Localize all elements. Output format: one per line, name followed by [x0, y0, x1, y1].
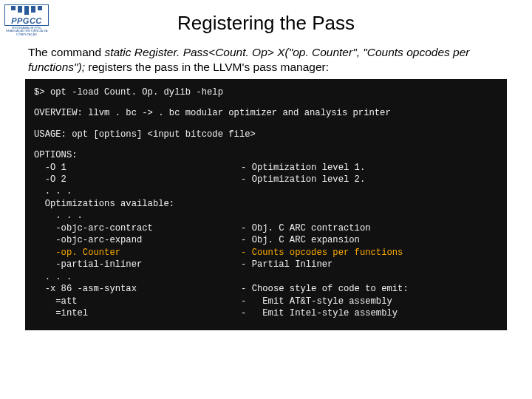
- logo-box: PPGCC: [4, 4, 49, 26]
- option-flag: -op. Counter: [34, 247, 241, 259]
- option-flag: -x 86 -asm-syntax: [34, 283, 241, 295]
- option-row: . . .: [34, 185, 498, 197]
- option-desc: - Optimization level 2.: [241, 174, 498, 185]
- option-desc: [241, 198, 498, 210]
- option-desc: - Choose style of code to emit:: [241, 283, 498, 295]
- option-flag: . . .: [34, 210, 241, 222]
- option-desc: - Emit AT&T-style assembly: [241, 296, 498, 307]
- option-row: Optimizations available:: [34, 198, 498, 210]
- option-row: -O 1- Optimization level 1.: [34, 162, 498, 174]
- terminal-usage: USAGE: opt [options] <input bitcode file…: [34, 129, 498, 140]
- intro-trail: registers the pass in the LLVM's pass ma…: [85, 61, 329, 73]
- option-desc: - Emit Intel-style assembly: [241, 307, 498, 319]
- option-flag: Optimizations available:: [34, 198, 241, 210]
- terminal-block: $> opt -load Count. Op. dylib -help OVER…: [25, 79, 507, 330]
- terminal-options: OPTIONS: -O 1- Optimization level 1. -O …: [34, 149, 498, 320]
- logo: PPGCC PROGRAMA DE PÓS-GRADUAÇÃO EM CIÊNC…: [4, 4, 49, 36]
- option-row: . . .: [34, 210, 498, 222]
- option-row: -partial-inliner- Partial Inliner: [34, 259, 498, 270]
- option-flag: -objc-arc-expand: [34, 234, 241, 246]
- logo-bars-icon: [8, 6, 45, 15]
- option-desc: - Obj. C ARC contraction: [241, 222, 498, 234]
- options-table: -O 1- Optimization level 1. -O 2- Optimi…: [34, 162, 498, 320]
- option-flag: -partial-inliner: [34, 259, 241, 270]
- option-row: =intel- Emit Intel-style assembly: [34, 307, 498, 319]
- option-flag: -O 2: [34, 174, 241, 185]
- option-row: -objc-arc-contract- Obj. C ARC contracti…: [34, 222, 498, 234]
- option-desc: - Counts opcodes per functions: [241, 247, 498, 259]
- option-flag: -objc-arc-contract: [34, 222, 241, 234]
- option-flag: . . .: [34, 271, 241, 283]
- option-desc: - Obj. C ARC expansion: [241, 234, 498, 246]
- terminal-options-header: OPTIONS:: [34, 149, 498, 161]
- option-flag: -O 1: [34, 162, 241, 174]
- logo-acronym: PPGCC: [8, 16, 45, 25]
- intro-lead: The command: [28, 46, 104, 58]
- option-flag: =intel: [34, 307, 241, 319]
- option-desc: [241, 271, 498, 283]
- option-row: -objc-arc-expand- Obj. C ARC expansion: [34, 234, 498, 246]
- option-row: =att- Emit AT&T-style assembly: [34, 296, 498, 307]
- option-flag: =att: [34, 296, 241, 307]
- option-desc: - Partial Inliner: [241, 259, 498, 270]
- terminal-command: $> opt -load Count. Op. dylib -help: [34, 86, 498, 98]
- option-desc: [241, 185, 498, 197]
- intro-paragraph: The command static Register. Pass<Count.…: [28, 45, 504, 75]
- terminal-overview: OVERVIEW: llvm . bc -> . bc modular opti…: [34, 107, 498, 119]
- option-row: -O 2- Optimization level 2.: [34, 174, 498, 185]
- option-desc: [241, 210, 498, 222]
- option-desc: - Optimization level 1.: [241, 162, 498, 174]
- logo-subtitle: PROGRAMA DE PÓS-GRADUAÇÃO EM CIÊNCIA DA …: [4, 27, 49, 36]
- option-row: -x 86 -asm-syntax- Choose style of code …: [34, 283, 498, 295]
- option-row: . . .: [34, 271, 498, 283]
- page-title: Registering the Pass: [0, 12, 532, 35]
- option-flag: . . .: [34, 185, 241, 197]
- option-row: -op. Counter- Counts opcodes per functio…: [34, 247, 498, 259]
